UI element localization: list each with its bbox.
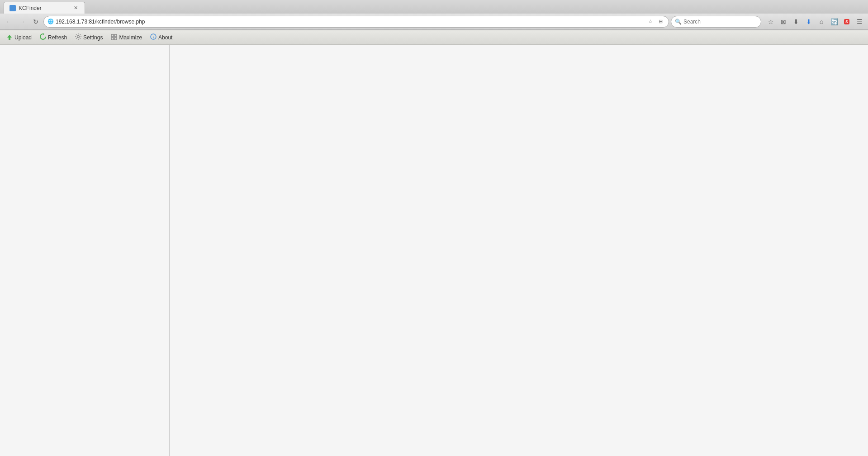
globe-icon: 🌐 [47, 19, 54, 24]
address-bar-container: 🌐 ☆ ⊟ [43, 16, 669, 28]
account-badge: S [844, 19, 849, 24]
toolbar-actions: ☆ ⊠ ⬇ ⬇ ⌂ 🔄 S ☰ [765, 16, 865, 28]
bookmark-icon: ☆ [768, 18, 774, 25]
back-button[interactable]: ← [3, 16, 14, 28]
home-icon: ⌂ [820, 18, 823, 25]
bookmark-button[interactable]: ☆ [765, 16, 777, 28]
refresh-icon [40, 33, 46, 41]
maximize-button[interactable]: Maximize [107, 32, 146, 43]
tab-bar: KCFinder ✕ [0, 0, 868, 14]
svg-marker-0 [7, 35, 12, 40]
sync-icon: 🔄 [830, 18, 838, 25]
browser-tab[interactable]: KCFinder ✕ [4, 2, 85, 14]
svg-rect-2 [111, 34, 114, 37]
upload-icon [6, 34, 13, 41]
svg-text:i: i [153, 35, 154, 39]
reload-button[interactable]: ↻ [30, 16, 42, 28]
about-label: About [158, 34, 172, 41]
account-button[interactable]: S [841, 16, 853, 28]
forward-icon: → [19, 18, 25, 25]
svg-rect-3 [114, 34, 117, 37]
search-input[interactable] [683, 19, 757, 25]
download-icon: ⬇ [806, 18, 811, 25]
settings-icon [75, 33, 81, 41]
reload-icon: ↻ [33, 18, 38, 25]
settings-button[interactable]: Settings [71, 32, 106, 43]
maximize-icon [111, 34, 117, 41]
address-actions: ☆ ⊟ [646, 17, 665, 26]
forward-button[interactable]: → [16, 16, 28, 28]
pocket-button[interactable]: ⬇ [790, 16, 802, 28]
history-button[interactable]: ⊠ [778, 16, 789, 28]
upload-label: Upload [14, 34, 32, 41]
search-bar-container: 🔍 [671, 16, 761, 28]
more-options-button[interactable]: ☰ [854, 16, 865, 28]
download-button[interactable]: ⬇ [803, 16, 815, 28]
refresh-label: Refresh [48, 34, 67, 41]
refresh-button[interactable]: Refresh [36, 32, 71, 43]
home-button[interactable]: ⌂ [816, 16, 827, 28]
firefox-sync-button[interactable]: 🔄 [828, 16, 840, 28]
svg-rect-5 [114, 38, 117, 40]
tab-favicon [9, 5, 16, 11]
reader-view-icon[interactable]: ⊟ [656, 17, 665, 26]
about-icon: i [150, 33, 157, 42]
kcfinder-body [0, 45, 868, 456]
address-input[interactable] [56, 19, 644, 25]
browser-chrome: KCFinder ✕ ← → ↻ 🌐 ☆ ⊟ 🔍 [0, 0, 868, 30]
svg-point-1 [77, 36, 80, 38]
about-button[interactable]: i About [147, 32, 176, 43]
bookmark-star-icon[interactable]: ☆ [646, 17, 655, 26]
kcfinder-app: Upload Refresh Settings [0, 30, 868, 456]
upload-button[interactable]: Upload [3, 32, 35, 43]
kcfinder-toolbar: Upload Refresh Settings [0, 30, 868, 45]
file-tree-panel[interactable] [0, 45, 170, 456]
back-icon: ← [5, 18, 12, 25]
settings-label: Settings [83, 34, 103, 41]
tab-title: KCFinder [19, 5, 42, 11]
pocket-icon: ⬇ [793, 18, 799, 25]
maximize-label: Maximize [119, 34, 142, 41]
svg-rect-4 [111, 38, 114, 40]
hamburger-icon: ☰ [857, 18, 863, 25]
files-panel[interactable] [170, 45, 868, 456]
history-icon: ⊠ [781, 18, 786, 25]
tab-close-button[interactable]: ✕ [72, 5, 79, 12]
browser-toolbar: ← → ↻ 🌐 ☆ ⊟ 🔍 ☆ ⊠ [0, 14, 868, 30]
search-icon: 🔍 [675, 19, 682, 25]
